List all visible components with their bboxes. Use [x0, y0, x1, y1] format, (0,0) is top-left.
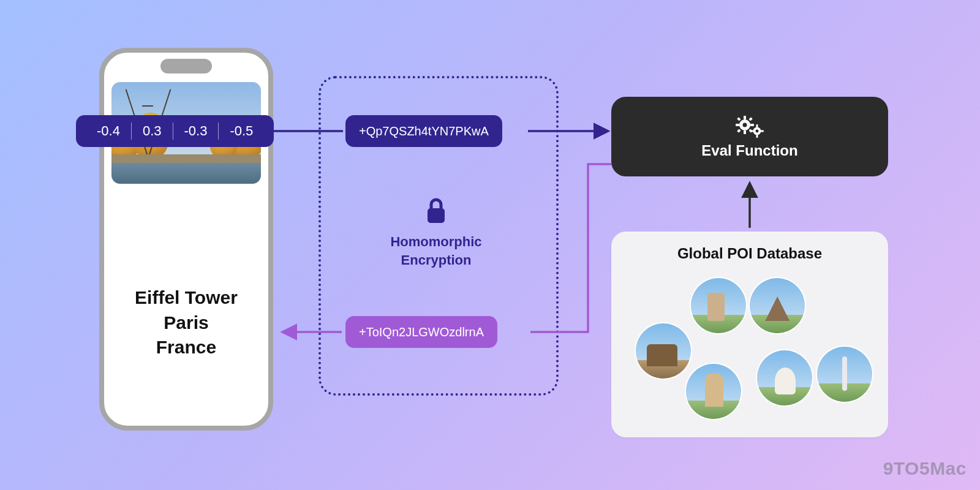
poi-thumb: [757, 350, 812, 405]
embedding-vector: -0.4 0.3 -0.3 -0.5: [76, 115, 274, 147]
svg-rect-14: [756, 135, 758, 138]
vector-value: -0.3: [173, 123, 219, 139]
svg-rect-4: [744, 130, 746, 134]
svg-rect-13: [756, 124, 758, 127]
gears-icon: [733, 114, 767, 138]
svg-point-2: [743, 123, 747, 127]
phone-notch: [160, 59, 212, 74]
watermark: 9TO5Mac: [883, 458, 967, 479]
result-line: Eiffel Tower: [104, 285, 268, 311]
poi-database-card: Global POI Database: [611, 232, 888, 437]
encryption-label: Homomorphic Encryption: [318, 233, 554, 269]
eval-function-box: Eval Function: [611, 97, 888, 176]
vector-value: -0.4: [86, 123, 131, 139]
svg-rect-9: [737, 129, 741, 132]
ciphertext-outgoing: +Qp7QSZh4tYN7PKwA: [345, 115, 502, 147]
svg-point-12: [756, 130, 759, 133]
diagram-canvas: Eiffel Tower Paris France -0.4 0.3 -0.3 …: [0, 0, 980, 490]
poi-thumb: [686, 364, 741, 419]
svg-rect-6: [750, 124, 754, 126]
poi-thumb: [691, 278, 746, 333]
poi-thumb: [750, 278, 805, 333]
result-line: Paris: [104, 311, 268, 336]
svg-rect-15: [750, 130, 753, 132]
poi-thumb: [636, 323, 691, 379]
vector-value: -0.5: [219, 123, 264, 139]
poi-database-title: Global POI Database: [611, 245, 888, 262]
eval-function-label: Eval Function: [701, 142, 797, 159]
phone-device: Eiffel Tower Paris France: [99, 48, 273, 431]
svg-rect-7: [737, 117, 741, 121]
result-line: France: [104, 335, 268, 360]
svg-rect-16: [761, 130, 764, 132]
vector-value: 0.3: [132, 123, 173, 139]
lock-icon: [318, 196, 554, 228]
phone-result: Eiffel Tower Paris France: [104, 285, 268, 360]
svg-rect-5: [736, 124, 739, 126]
svg-rect-0: [428, 208, 445, 223]
svg-rect-8: [748, 117, 752, 121]
ciphertext-incoming: +ToIQn2JLGWOzdlrnA: [345, 316, 497, 348]
svg-rect-3: [744, 116, 746, 119]
poi-thumb: [817, 347, 872, 402]
